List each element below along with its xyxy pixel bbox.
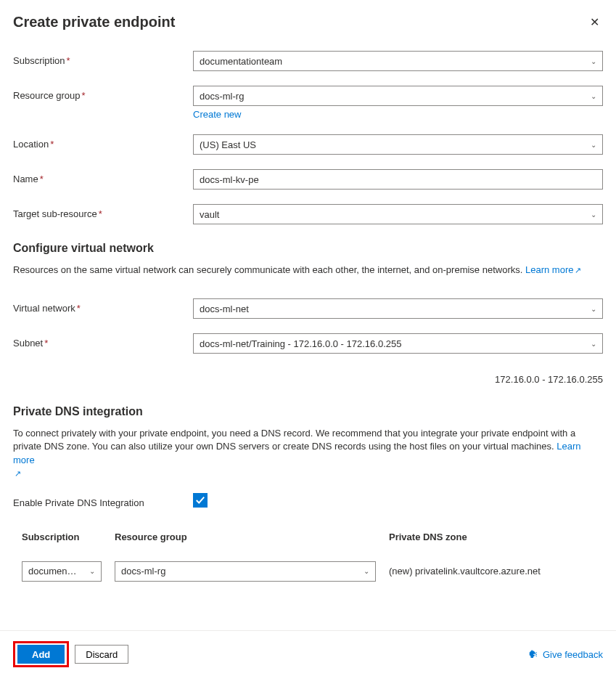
dns-header-zone: Private DNS zone	[389, 532, 594, 542]
label-enable-dns: Enable Private DNS Integration	[13, 493, 193, 508]
virtual-network-value: docs-ml-net	[200, 304, 249, 314]
name-value: docs-ml-kv-pe	[200, 174, 259, 185]
section-dns-title: Private DNS integration	[13, 405, 603, 418]
page-title: Create private endpoint	[13, 14, 175, 30]
chevron-down-icon: ⌄	[591, 340, 596, 348]
add-button[interactable]: Add	[17, 645, 65, 664]
label-location: Location*	[13, 134, 193, 150]
label-target-sub-resource: Target sub-resource*	[13, 204, 193, 219]
dns-header-subscription: Subscription	[22, 532, 102, 542]
dns-resource-group-select[interactable]: docs-ml-rg ⌄	[115, 561, 376, 582]
resource-group-select[interactable]: docs-ml-rg ⌄	[193, 86, 603, 106]
dns-subscription-value: documen…	[28, 566, 76, 577]
label-subnet: Subnet*	[13, 333, 193, 349]
add-button-highlight: Add	[13, 641, 69, 667]
section-vnet-title: Configure virtual network	[13, 242, 603, 255]
feedback-icon: 🗣	[528, 648, 538, 660]
checkmark-icon	[195, 495, 205, 505]
vnet-description: Resources on the same virtual network ca…	[13, 264, 603, 277]
chevron-down-icon: ⌄	[89, 567, 95, 575]
label-name: Name*	[13, 169, 193, 184]
chevron-down-icon: ⌄	[591, 141, 596, 149]
dns-resource-group-value: docs-ml-rg	[121, 566, 165, 577]
chevron-down-icon: ⌄	[591, 305, 596, 313]
target-sub-resource-value: vault	[200, 209, 219, 220]
virtual-network-select[interactable]: docs-ml-net ⌄	[193, 298, 603, 319]
location-value: (US) East US	[200, 139, 256, 150]
vnet-learn-more-link[interactable]: Learn more↗	[525, 264, 581, 275]
discard-button[interactable]: Discard	[75, 645, 128, 664]
chevron-down-icon: ⌄	[591, 92, 596, 100]
dns-zone-value: (new) privatelink.vaultcore.azure.net	[389, 561, 594, 577]
chevron-down-icon: ⌄	[364, 567, 369, 575]
close-icon[interactable]: ✕	[586, 13, 603, 30]
label-virtual-network: Virtual network*	[13, 298, 193, 314]
target-sub-resource-select[interactable]: vault ⌄	[193, 204, 603, 224]
dns-subscription-select[interactable]: documen… ⌄	[22, 561, 102, 582]
chevron-down-icon: ⌄	[591, 211, 596, 219]
subnet-select[interactable]: docs-ml-net/Training - 172.16.0.0 - 172.…	[193, 333, 603, 354]
subnet-value: docs-ml-net/Training - 172.16.0.0 - 172.…	[200, 338, 401, 349]
subscription-select[interactable]: documentationteam ⌄	[193, 51, 603, 71]
chevron-down-icon: ⌄	[591, 57, 596, 65]
dns-description: To connect privately with your private e…	[13, 427, 603, 480]
ip-range-text: 172.16.0.0 - 172.16.0.255	[13, 374, 603, 385]
give-feedback-link[interactable]: 🗣 Give feedback	[528, 648, 603, 660]
subscription-value: documentationteam	[200, 56, 282, 67]
location-select[interactable]: (US) East US ⌄	[193, 134, 603, 155]
external-link-icon: ↗	[575, 265, 581, 276]
enable-dns-checkbox[interactable]	[193, 493, 208, 508]
external-link-icon: ↗	[15, 468, 21, 479]
label-subscription: Subscription*	[13, 51, 193, 66]
dns-header-resource-group: Resource group	[115, 532, 376, 542]
name-input[interactable]: docs-ml-kv-pe	[193, 169, 603, 190]
label-resource-group: Resource group*	[13, 86, 193, 101]
create-new-link[interactable]: Create new	[193, 109, 241, 120]
resource-group-value: docs-ml-rg	[200, 91, 244, 102]
